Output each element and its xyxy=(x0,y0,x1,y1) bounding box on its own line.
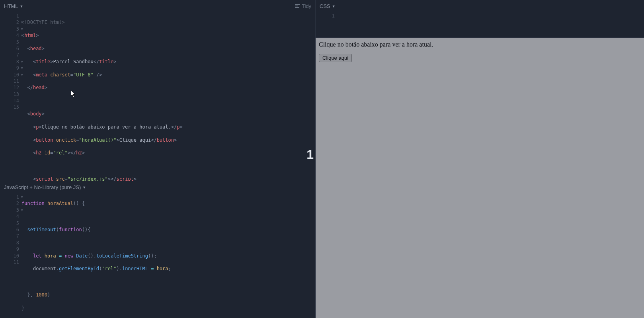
js-label: JavaScript + No-Library (pure JS) xyxy=(4,184,81,190)
chevron-down-icon: ▼ xyxy=(20,4,23,8)
preview-body: Clique no botão abaixo para ver a hora a… xyxy=(316,38,644,318)
css-editor[interactable]: 1 xyxy=(316,12,644,37)
left-column: HTML ▼ Tidy 1 2▼ 3▼ 4▼ 5 6 7 8▼ xyxy=(0,0,316,318)
html-gutter: 1 2▼ 3▼ 4▼ 5 6 7 8▼ 9▼ 10▼ 11 12 13 14 1… xyxy=(0,13,21,181)
chevron-down-icon: ▼ xyxy=(82,185,86,189)
css-panel-header: CSS ▼ xyxy=(316,0,644,12)
preview-paragraph: Clique no botão abaixo para ver a hora a… xyxy=(319,41,641,48)
tidy-label: Tidy xyxy=(302,3,311,9)
js-gutter: 1▼ 2 3▼ 4 5 6 7 8 9 10 11 xyxy=(0,194,21,318)
html-panel-title[interactable]: HTML ▼ xyxy=(4,3,23,9)
html-panel: HTML ▼ Tidy 1 2▼ 3▼ 4▼ 5 6 7 8▼ xyxy=(0,0,315,181)
css-panel: CSS ▼ 1 xyxy=(316,0,644,38)
preview-button[interactable]: Clique aqui xyxy=(319,54,352,62)
css-label: CSS xyxy=(320,3,330,9)
tidy-icon xyxy=(295,4,300,8)
js-panel-title[interactable]: JavaScript + No-Library (pure JS) ▼ xyxy=(4,184,86,190)
chevron-down-icon: ▼ xyxy=(332,4,336,8)
result-panel: Clique no botão abaixo para ver a hora a… xyxy=(316,38,644,318)
js-code[interactable]: function horaAtual() { setTimeout(functi… xyxy=(21,194,315,318)
css-code[interactable] xyxy=(337,13,644,37)
right-column: CSS ▼ 1 Clique no botão abaixo para ver … xyxy=(316,0,644,318)
js-panel-header: JavaScript + No-Library (pure JS) ▼ xyxy=(0,181,315,193)
html-label: HTML xyxy=(4,3,18,9)
html-code[interactable]: <!DOCTYPE html> <html> <head> <title>Par… xyxy=(21,13,315,181)
tidy-button[interactable]: Tidy xyxy=(295,3,311,9)
js-editor[interactable]: 1▼ 2 3▼ 4 5 6 7 8 9 10 11 function horaA… xyxy=(0,193,315,318)
html-panel-header: HTML ▼ Tidy xyxy=(0,0,315,12)
css-gutter: 1 xyxy=(316,13,337,37)
js-panel: JavaScript + No-Library (pure JS) ▼ 1▼ 2… xyxy=(0,181,315,318)
jsfiddle-layout: HTML ▼ Tidy 1 2▼ 3▼ 4▼ 5 6 7 8▼ xyxy=(0,0,644,318)
css-panel-title[interactable]: CSS ▼ xyxy=(320,3,336,9)
html-editor[interactable]: 1 2▼ 3▼ 4▼ 5 6 7 8▼ 9▼ 10▼ 11 12 13 14 1… xyxy=(0,12,315,181)
